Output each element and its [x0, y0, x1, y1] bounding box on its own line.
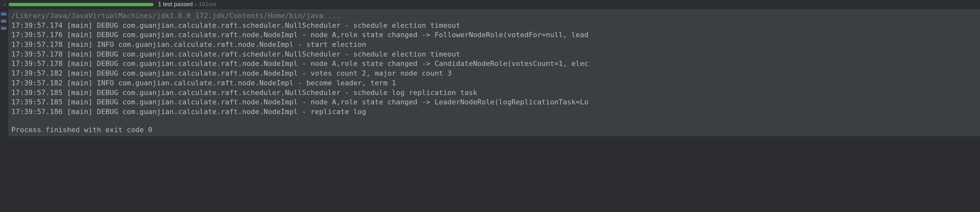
log-line: 17:39:57.182 [main] DEBUG com.guanjian.c… — [11, 69, 977, 78]
gutter-row: ms — [0, 10, 8, 18]
process-finished-line: Process finished with exit code 0 — [11, 125, 977, 135]
gutter: ms ms ms — [0, 9, 8, 136]
log-line: 17:39:57.174 [main] DEBUG com.guanjian.c… — [11, 21, 977, 30]
console-output[interactable]: /Library/Java/JavaVirtualMachines/jdk1.8… — [8, 9, 980, 136]
gutter-row: ms — [0, 25, 8, 32]
gutter-badge: ms — [1, 12, 7, 16]
test-progress-bar — [8, 3, 154, 6]
main-area: ms ms ms /Library/Java/JavaVirtualMachin… — [0, 9, 980, 136]
log-line: 17:39:57.178 [main] INFO com.guanjian.ca… — [11, 40, 977, 49]
test-status-text: 1 test passed — [158, 1, 193, 8]
log-line: 17:39:57.182 [main] INFO com.guanjian.ca… — [11, 78, 977, 88]
gutter-badge: ms — [1, 26, 7, 30]
command-line: /Library/Java/JavaVirtualMachines/jdk1.8… — [11, 11, 977, 21]
log-line: 17:39:57.178 [main] DEBUG com.guanjian.c… — [11, 59, 977, 69]
test-progress-fill — [8, 3, 154, 6]
log-line: 17:39:57.176 [main] DEBUG com.guanjian.c… — [11, 30, 977, 40]
test-time-text: – 161ms — [194, 1, 216, 8]
log-line: 17:39:57.186 [main] DEBUG com.guanjian.c… — [11, 107, 977, 117]
gutter-row: ms — [0, 18, 8, 25]
expand-icon[interactable]: » — [3, 2, 6, 7]
log-line: 17:39:57.185 [main] DEBUG com.guanjian.c… — [11, 88, 977, 97]
gutter-badge: ms — [1, 19, 7, 23]
test-status-bar: » 1 test passed – 161ms — [0, 0, 980, 9]
log-line: 17:39:57.178 [main] DEBUG com.guanjian.c… — [11, 49, 977, 59]
log-line: 17:39:57.185 [main] DEBUG com.guanjian.c… — [11, 97, 977, 107]
